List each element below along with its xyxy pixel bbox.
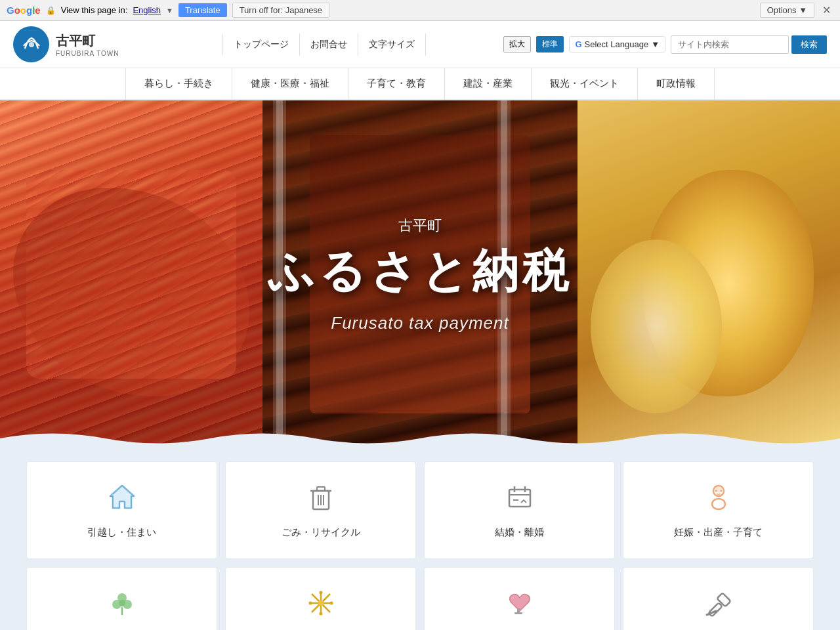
gavel-icon [703,587,734,623]
lock-icon: 🔒 [46,6,56,15]
select-language-dropdown[interactable]: G Select Language ▼ [569,36,665,52]
subnav-living[interactable]: 暮らし・手続き [125,68,232,99]
subnav-construction[interactable]: 建設・産業 [445,68,532,99]
svg-point-37 [329,602,333,605]
card-baby[interactable]: 妊娠・出産・子育て [623,461,814,559]
svg-point-27 [119,600,125,606]
heart-support-icon [504,587,536,623]
svg-rect-39 [514,612,522,614]
snowflake-icon [305,587,337,623]
marriage-icon [504,482,536,517]
logo-area[interactable]: 古平町 FURUBIRA TOWN [13,26,144,62]
font-standard-button[interactable]: 標準 [536,36,564,52]
search-button[interactable]: 検索 [791,35,827,54]
subnav-health[interactable]: 健康・医療・福祉 [232,68,348,99]
subnav-childcare[interactable]: 子育て・教育 [348,68,445,99]
svg-point-22 [715,490,717,492]
subnav-tourism[interactable]: 観光・イベント [532,68,638,99]
svg-point-36 [308,602,312,605]
svg-rect-41 [717,593,730,606]
card-tender[interactable]: 入札情報 [623,567,814,630]
font-expand-button[interactable]: 拡大 [503,36,531,52]
card-garbage[interactable]: ごみ・リサイクル [225,461,416,559]
search-area: 検索 [671,35,827,54]
svg-rect-14 [509,490,530,507]
svg-marker-7 [110,486,134,508]
card-marriage-label: 結婚・離婚 [495,526,544,539]
select-language-chevron: ▼ [651,39,660,49]
view-page-text: View this page in: [61,5,128,15]
nav-fontsize-label: 文字サイズ [358,33,426,56]
clover-icon [106,587,138,623]
svg-rect-10 [317,487,325,491]
top-nav: トップページ お問合せ 文字サイズ [158,33,490,56]
subnav-town[interactable]: 町政情報 [638,68,715,99]
logo-icon [13,26,49,62]
turnoff-button[interactable]: Turn off for: Japanese [232,3,329,18]
card-garbage-label: ごみ・リサイクル [282,526,360,539]
svg-point-1 [29,42,34,47]
hero-wave [0,429,840,448]
trash-icon [305,482,337,517]
translate-lang-link[interactable]: English [133,5,161,15]
svg-point-20 [715,486,722,493]
card-support[interactable]: 手当・助成 [424,567,615,630]
card-school[interactable]: 入園・入学 [26,567,217,630]
svg-rect-40 [708,602,722,616]
card-marriage[interactable]: 結婚・離婚 [424,461,615,559]
google-g-icon: G [575,39,581,49]
nav-contact[interactable]: お問合せ [300,33,358,56]
card-grid: 引越し・住まい ごみ・リサイクル 結婚・離婚 [0,448,840,630]
hero-text-overlay: 古平町 ふるさと納税 Furusato tax payment [0,216,840,333]
card-condolence[interactable]: ご不幸 [225,567,416,630]
svg-point-35 [319,612,322,616]
hero-english: Furusato tax payment [0,313,840,333]
hero-title: ふるさと納税 [0,241,840,303]
search-input[interactable] [671,35,789,54]
sub-nav: 暮らし・手続き 健康・医療・福祉 子育て・教育 建設・産業 観光・イベント 町政… [0,68,840,100]
card-moving-label: 引越し・住まい [87,526,156,539]
logo-roman: FURUBIRA TOWN [56,50,119,57]
baby-icon [703,482,734,517]
google-logo-text: Google [7,5,41,16]
svg-point-34 [319,591,322,595]
svg-point-23 [720,490,722,492]
nav-top[interactable]: トップページ [222,33,300,56]
site-header: 古平町 FURUBIRA TOWN トップページ お問合せ 文字サイズ 拡大 標… [0,21,840,68]
logo-kanji: 古平町 [56,32,119,50]
header-right: 拡大 標準 G Select Language ▼ 検索 [503,35,827,54]
select-language-label: Select Language [585,39,649,49]
house-icon [106,482,138,517]
card-baby-label: 妊娠・出産・子育て [674,526,763,539]
translate-bar: Google 🔒 View this page in: English ▼ Tr… [0,0,840,21]
hero-subtitle: 古平町 [0,216,840,236]
svg-point-21 [712,499,725,509]
card-moving[interactable]: 引越し・住まい [26,461,217,559]
svg-point-33 [318,600,324,606]
hero-banner: 古平町 ふるさと納税 Furusato tax payment [0,100,840,448]
close-translate-button[interactable]: ✕ [820,4,833,16]
options-button[interactable]: Options ▼ [760,3,814,18]
lang-dropdown-icon: ▼ [166,7,173,14]
translate-button[interactable]: Translate [178,3,227,17]
logo-text: 古平町 FURUBIRA TOWN [56,32,119,57]
